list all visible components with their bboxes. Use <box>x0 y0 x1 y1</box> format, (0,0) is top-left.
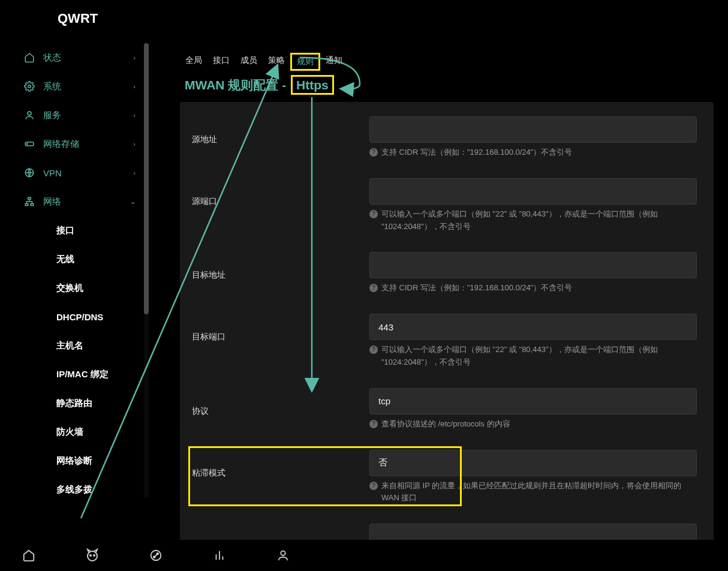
label-source-port: 源端口 <box>192 178 369 233</box>
sidebar-sub-static-routes[interactable]: 静态路由 <box>14 389 144 417</box>
svg-point-8 <box>88 551 97 561</box>
label-protocol: 协议 <box>192 388 369 431</box>
chevron-right-icon: › <box>133 169 136 176</box>
sidebar-item-storage[interactable]: 网络存储 › <box>14 130 144 158</box>
sidebar-sub-interfaces[interactable]: 接口 <box>14 216 144 245</box>
chevron-right-icon: › <box>133 112 136 119</box>
label-source-addr: 源地址 <box>192 116 369 159</box>
sidebar-scrollbar[interactable] <box>144 43 149 498</box>
sidebar-sub-switch[interactable]: 交换机 <box>14 274 144 302</box>
label-sticky: 粘滞模式 <box>192 450 369 505</box>
svg-point-10 <box>94 555 95 556</box>
link-icon[interactable] <box>149 548 163 563</box>
sidebar: 状态 › 系统 › 服务 › 网络存储 › <box>14 43 144 498</box>
tab-members[interactable]: 成员 <box>235 53 263 71</box>
tab-policies[interactable]: 策略 <box>263 53 290 71</box>
tab-rules[interactable]: 规则 <box>290 53 320 71</box>
label-dest-addr: 目标地址 <box>192 252 369 294</box>
sidebar-item-label: 服务 <box>43 110 61 121</box>
label-dest-port: 目标端口 <box>192 314 369 369</box>
sidebar-item-network[interactable]: 网络 ⌄ <box>14 187 144 216</box>
sidebar-sub-dhcp[interactable]: DHCP/DNS <box>14 302 144 331</box>
help-icon: ? <box>369 284 378 292</box>
sidebar-sub-multiwan[interactable]: 多线多拨 <box>14 475 144 498</box>
help-icon: ? <box>369 148 378 157</box>
hint-dest-port: ?可以输入一个或多个端口（例如 "22" 或 "80,443"），亦或是一个端口… <box>369 344 697 369</box>
svg-point-3 <box>27 143 28 145</box>
form-panel: 源地址 ?支持 CIDR 写法（例如："192.168.100.0/24"）不含… <box>180 102 714 558</box>
svg-rect-6 <box>25 204 28 206</box>
gear-icon <box>23 81 36 92</box>
input-dest-addr[interactable] <box>369 252 697 278</box>
sidebar-sub-firewall[interactable]: 防火墙 <box>14 417 144 446</box>
tab-bar: 全局 接口 成员 策略 规则 通知 <box>180 53 348 71</box>
hint-dest-addr: ?支持 CIDR 写法（例如："192.168.100.0/24"）不含引号 <box>369 282 697 294</box>
help-icon: ? <box>369 420 378 428</box>
row-protocol: 协议 tcp ?查看协议描述的 /etc/protocols 的内容 <box>192 388 702 431</box>
network-icon <box>23 196 36 207</box>
select-sticky[interactable]: 否 <box>369 450 697 476</box>
svg-point-9 <box>90 555 91 556</box>
svg-point-12 <box>154 556 155 558</box>
tab-global[interactable]: 全局 <box>180 53 207 71</box>
home-icon <box>23 52 36 63</box>
hint-protocol: ?查看协议描述的 /etc/protocols 的内容 <box>369 418 697 431</box>
svg-rect-5 <box>28 197 31 199</box>
chevron-right-icon: › <box>133 54 136 61</box>
user-icon <box>23 110 36 121</box>
chevron-down-icon: ⌄ <box>130 198 136 206</box>
input-dest-port[interactable]: 443 <box>369 314 697 340</box>
row-sticky: 粘滞模式 否 ?来自相同源 IP 的流量，如果已经匹配过此规则并且在粘滞超时时间… <box>192 450 702 505</box>
sidebar-item-label: 系统 <box>43 81 61 92</box>
sidebar-item-label: 网络存储 <box>43 139 79 150</box>
disk-icon <box>23 139 36 149</box>
sidebar-item-label: 状态 <box>43 52 61 64</box>
page-title: MWAN 规则配置 - Https <box>185 77 334 94</box>
hint-source-addr: ?支持 CIDR 写法（例如："192.168.100.0/24"）不含引号 <box>369 146 697 159</box>
sidebar-item-system[interactable]: 系统 › <box>14 72 144 101</box>
svg-point-13 <box>157 553 158 555</box>
sidebar-sub-diagnostics[interactable]: 网络诊断 <box>14 446 144 475</box>
help-icon: ? <box>369 482 378 490</box>
chevron-right-icon: › <box>133 140 136 148</box>
input-source-addr[interactable] <box>369 116 697 143</box>
sidebar-item-label: VPN <box>43 168 62 178</box>
tab-interfaces[interactable]: 接口 <box>207 53 235 71</box>
profile-icon[interactable] <box>276 548 290 563</box>
select-protocol[interactable]: tcp <box>369 388 697 414</box>
hint-sticky: ?来自相同源 IP 的流量，如果已经匹配过此规则并且在粘滞超时时间内，将会使用相… <box>369 480 697 505</box>
svg-point-14 <box>281 551 285 555</box>
help-icon: ? <box>369 345 378 354</box>
home-icon[interactable] <box>22 548 36 563</box>
svg-point-0 <box>28 85 31 88</box>
cat-icon[interactable] <box>85 548 100 563</box>
sidebar-item-services[interactable]: 服务 › <box>14 101 144 130</box>
stats-icon[interactable] <box>212 548 227 563</box>
row-source-addr: 源地址 ?支持 CIDR 写法（例如："192.168.100.0/24"）不含… <box>192 116 702 159</box>
sidebar-sub-ipmac[interactable]: IP/MAC 绑定 <box>14 360 144 389</box>
row-dest-addr: 目标地址 ?支持 CIDR 写法（例如："192.168.100.0/24"）不… <box>192 252 702 294</box>
help-icon: ? <box>369 210 378 218</box>
sidebar-item-label: 网络 <box>43 196 61 208</box>
bottom-bar <box>0 540 728 571</box>
sidebar-item-status[interactable]: 状态 › <box>14 43 144 72</box>
tab-notify[interactable]: 通知 <box>320 53 348 71</box>
svg-point-1 <box>28 112 31 115</box>
svg-rect-7 <box>31 204 34 206</box>
sidebar-sub-hostnames[interactable]: 主机名 <box>14 331 144 360</box>
scrollbar-thumb[interactable] <box>144 43 149 314</box>
row-dest-port: 目标端口 443 ?可以输入一个或多个端口（例如 "22" 或 "80,443"… <box>192 314 702 369</box>
chevron-right-icon: › <box>133 83 136 90</box>
sidebar-sub-wireless[interactable]: 无线 <box>14 245 144 274</box>
input-source-port[interactable] <box>369 178 697 205</box>
row-source-port: 源端口 ?可以输入一个或多个端口（例如 "22" 或 "80,443"），亦或是… <box>192 178 702 233</box>
globe-icon <box>23 167 36 178</box>
rule-name: Https <box>291 75 334 95</box>
sidebar-item-vpn[interactable]: VPN › <box>14 158 144 187</box>
hint-source-port: ?可以输入一个或多个端口（例如 "22" 或 "80,443"），亦或是一个端口… <box>369 208 697 233</box>
